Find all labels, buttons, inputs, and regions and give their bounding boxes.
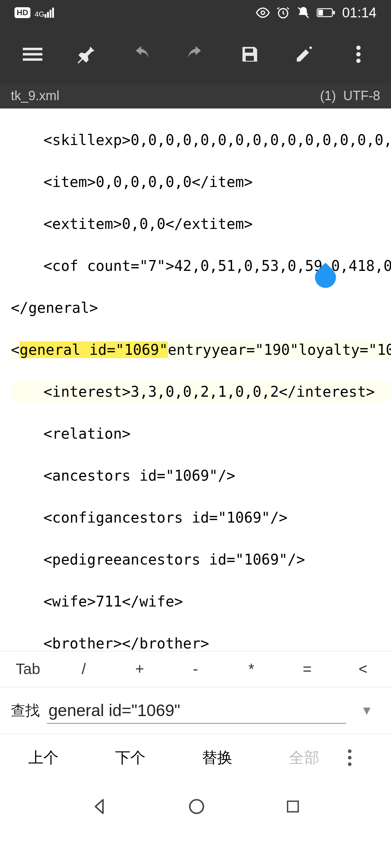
symbol-shortcut-row: Tab / + - * = < xyxy=(0,651,391,687)
undo-icon[interactable] xyxy=(127,45,156,64)
network-icon: 4G xyxy=(35,8,54,18)
svg-rect-3 xyxy=(318,10,323,16)
code-editor[interactable]: <skillexp>0,0,0,0,0,0,0,0,0,0,0,0,0,0,0,… xyxy=(0,109,391,651)
key-slash[interactable]: / xyxy=(56,660,112,678)
edit-icon[interactable] xyxy=(290,44,319,64)
prev-button[interactable]: 上个 xyxy=(0,748,87,768)
redo-icon[interactable] xyxy=(181,45,210,64)
home-icon[interactable] xyxy=(188,797,206,816)
more-options-icon[interactable] xyxy=(348,749,391,766)
all-button[interactable]: 全部 xyxy=(261,748,348,768)
svg-rect-4 xyxy=(333,11,335,14)
file-meta: (1) UTF-8 xyxy=(320,88,380,103)
code-line[interactable]: <pedigreeancestors id="1069"/> xyxy=(11,549,391,570)
code-line[interactable]: </general> xyxy=(11,297,391,318)
file-info-bar: tk_9.xml (1) UTF-8 xyxy=(0,83,391,109)
search-input[interactable] xyxy=(47,698,346,724)
code-line[interactable]: <interest>3,3,0,0,2,1,0,0,2</interest> xyxy=(11,381,391,402)
more-icon[interactable] xyxy=(344,44,373,64)
next-button[interactable]: 下个 xyxy=(87,748,174,768)
eye-icon xyxy=(256,6,270,20)
svg-point-11 xyxy=(348,749,352,753)
save-icon[interactable] xyxy=(235,44,264,64)
code-line[interactable]: <skillexp>0,0,0,0,0,0,0,0,0,0,0,0,0,0,0,… xyxy=(11,129,391,150)
status-left: HD 4G xyxy=(14,7,54,18)
svg-point-14 xyxy=(190,800,203,813)
replace-button[interactable]: 替换 xyxy=(174,748,261,768)
key-equals[interactable]: = xyxy=(279,660,335,678)
svg-rect-5 xyxy=(23,48,42,50)
system-nav-bar xyxy=(0,781,391,832)
code-line[interactable]: <extitem>0,0,0</extitem> xyxy=(11,213,391,234)
battery-icon xyxy=(317,8,336,18)
svg-point-13 xyxy=(348,762,352,766)
svg-point-12 xyxy=(348,756,352,760)
svg-rect-15 xyxy=(287,801,298,812)
search-match[interactable]: general id="1069" xyxy=(20,341,168,358)
code-line[interactable]: <item>0,0,0,0,0,0</item> xyxy=(11,171,391,192)
search-bar: 查找 ▼ xyxy=(0,687,391,734)
svg-point-0 xyxy=(261,11,265,14)
dropdown-icon[interactable]: ▼ xyxy=(353,703,380,718)
alarm-icon xyxy=(276,6,290,20)
search-label: 查找 xyxy=(11,701,40,720)
key-tab[interactable]: Tab xyxy=(0,660,56,678)
code-line[interactable]: <brother></brother> xyxy=(11,633,391,651)
key-minus[interactable]: - xyxy=(168,660,223,678)
key-plus[interactable]: + xyxy=(112,660,168,678)
svg-point-10 xyxy=(356,59,361,63)
code-line[interactable]: <configancestors id="1069"/> xyxy=(11,507,391,528)
code-line[interactable]: <relation> xyxy=(11,423,391,444)
key-star[interactable]: * xyxy=(223,660,279,678)
svg-point-8 xyxy=(356,46,361,50)
code-line[interactable]: <ancestors id="1069"/> xyxy=(11,465,391,486)
recent-icon[interactable] xyxy=(285,799,301,814)
search-actions: 上个 下个 替换 全部 xyxy=(0,734,391,781)
clock-time: 01:14 xyxy=(342,5,377,21)
menu-icon[interactable] xyxy=(18,44,47,64)
back-icon[interactable] xyxy=(90,797,108,816)
key-lessthan[interactable]: < xyxy=(335,660,391,678)
svg-point-9 xyxy=(356,52,361,56)
hd-badge: HD xyxy=(14,7,30,18)
app-toolbar xyxy=(0,25,391,83)
file-name: tk_9.xml xyxy=(11,88,59,103)
code-line[interactable]: <wife>711</wife> xyxy=(11,591,391,612)
status-right: 01:14 xyxy=(256,5,377,21)
status-bar: HD 4G 01:14 xyxy=(0,0,391,25)
svg-rect-6 xyxy=(23,53,42,56)
pin-icon[interactable] xyxy=(72,44,101,64)
svg-rect-7 xyxy=(23,58,42,61)
code-line[interactable]: <general id="1069"entryyear="190"loyalty… xyxy=(11,339,391,360)
mute-icon xyxy=(297,6,310,20)
